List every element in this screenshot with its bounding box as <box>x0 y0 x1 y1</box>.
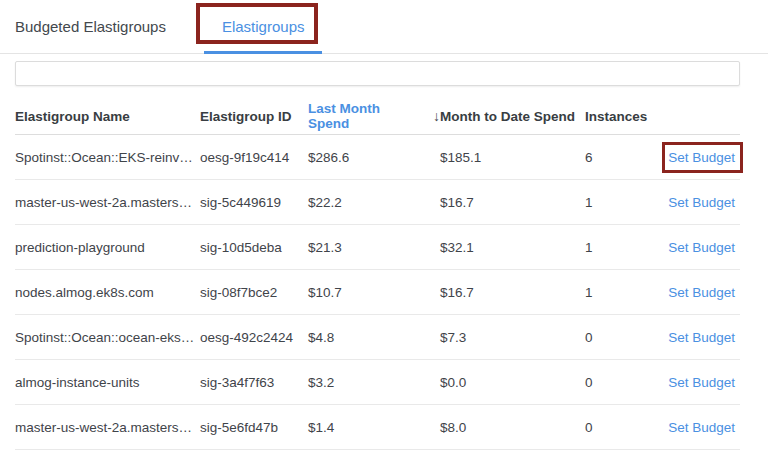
table-row: Spotinst::Ocean::ocean-eks… oesg-492c242… <box>15 315 740 360</box>
tabs-bar: Budgeted Elastigroups Elastigroups <box>0 0 768 54</box>
cell-instances: 0 <box>585 420 665 435</box>
cell-month-to-date-spend: $8.0 <box>440 420 585 435</box>
set-budget-link[interactable]: Set Budget <box>668 330 735 345</box>
column-header-last-month-spend[interactable]: Last Month Spend ↓ <box>308 101 440 131</box>
cell-last-month-spend: $3.2 <box>308 375 440 390</box>
cell-last-month-spend: $10.7 <box>308 285 440 300</box>
tab-elastigroups-label: Elastigroups <box>222 18 305 35</box>
table-row: master-us-west-2a.masters… sig-5c449619 … <box>15 180 740 225</box>
cell-elastigroup-name: prediction-playground <box>15 240 200 255</box>
filter-panel <box>15 61 740 86</box>
cell-instances: 1 <box>585 240 665 255</box>
set-budget-link[interactable]: Set Budget <box>668 240 735 255</box>
cell-elastigroup-id: sig-3a4f7f63 <box>200 375 308 390</box>
column-header-elastigroup-id[interactable]: Elastigroup ID <box>200 109 308 124</box>
cell-elastigroup-name: nodes.almog.ek8s.com <box>15 285 200 300</box>
cell-last-month-spend: $4.8 <box>308 330 440 345</box>
table-header-row: Elastigroup Name Elastigroup ID Last Mon… <box>15 98 740 135</box>
cell-instances: 1 <box>585 195 665 210</box>
cell-elastigroup-name: almog-instance-units <box>15 375 200 390</box>
column-header-last-month-spend-label: Last Month Spend <box>308 101 419 131</box>
cell-elastigroup-name: Spotinst::Ocean::ocean-eks… <box>15 330 200 345</box>
cell-last-month-spend: $1.4 <box>308 420 440 435</box>
cell-instances: 0 <box>585 330 665 345</box>
cell-elastigroup-name: master-us-west-2a.masters… <box>15 420 200 435</box>
table-row: nodes.almog.ek8s.com sig-08f7bce2 $10.7 … <box>15 270 740 315</box>
cell-month-to-date-spend: $185.1 <box>440 150 585 165</box>
tab-elastigroups[interactable]: Elastigroups <box>204 0 323 53</box>
sort-descending-icon: ↓ <box>433 109 440 123</box>
cell-instances: 6 <box>585 150 665 165</box>
cell-instances: 1 <box>585 285 665 300</box>
cell-month-to-date-spend: $16.7 <box>440 285 585 300</box>
elastigroups-table: Elastigroup Name Elastigroup ID Last Mon… <box>15 98 740 450</box>
column-header-month-to-date-spend[interactable]: Month to Date Spend <box>440 109 585 124</box>
cell-elastigroup-name: master-us-west-2a.masters… <box>15 195 200 210</box>
cell-month-to-date-spend: $7.3 <box>440 330 585 345</box>
cell-last-month-spend: $286.6 <box>308 150 440 165</box>
column-header-instances[interactable]: Instances <box>585 109 665 124</box>
table-row: prediction-playground sig-10d5deba $21.3… <box>15 225 740 270</box>
cell-elastigroup-id: sig-5e6fd47b <box>200 420 308 435</box>
elastigroups-budget-screen: Budgeted Elastigroups Elastigroups Elast… <box>0 0 768 457</box>
cell-last-month-spend: $21.3 <box>308 240 440 255</box>
tab-budgeted-elastigroups[interactable]: Budgeted Elastigroups <box>15 0 166 53</box>
cell-month-to-date-spend: $16.7 <box>440 195 585 210</box>
cell-elastigroup-id: sig-08f7bce2 <box>200 285 308 300</box>
cell-elastigroup-id: oesg-492c2424 <box>200 330 308 345</box>
set-budget-link[interactable]: Set Budget <box>668 285 735 300</box>
cell-month-to-date-spend: $32.1 <box>440 240 585 255</box>
cell-elastigroup-id: sig-10d5deba <box>200 240 308 255</box>
cell-elastigroup-id: oesg-9f19c414 <box>200 150 308 165</box>
table-row: almog-instance-units sig-3a4f7f63 $3.2 $… <box>15 360 740 405</box>
table-row: Spotinst::Ocean::EKS-reinv… oesg-9f19c41… <box>15 135 740 180</box>
set-budget-link[interactable]: Set Budget <box>668 420 735 435</box>
set-budget-link[interactable]: Set Budget <box>668 375 735 390</box>
cell-month-to-date-spend: $0.0 <box>440 375 585 390</box>
tab-budgeted-elastigroups-label: Budgeted Elastigroups <box>15 18 166 35</box>
cell-elastigroup-id: sig-5c449619 <box>200 195 308 210</box>
set-budget-link[interactable]: Set Budget <box>668 195 735 210</box>
column-header-elastigroup-name[interactable]: Elastigroup Name <box>15 109 200 124</box>
table-row: master-us-west-2a.masters… sig-5e6fd47b … <box>15 405 740 450</box>
cell-last-month-spend: $22.2 <box>308 195 440 210</box>
cell-instances: 0 <box>585 375 665 390</box>
set-budget-link[interactable]: Set Budget <box>668 150 735 165</box>
cell-elastigroup-name: Spotinst::Ocean::EKS-reinv… <box>15 150 200 165</box>
